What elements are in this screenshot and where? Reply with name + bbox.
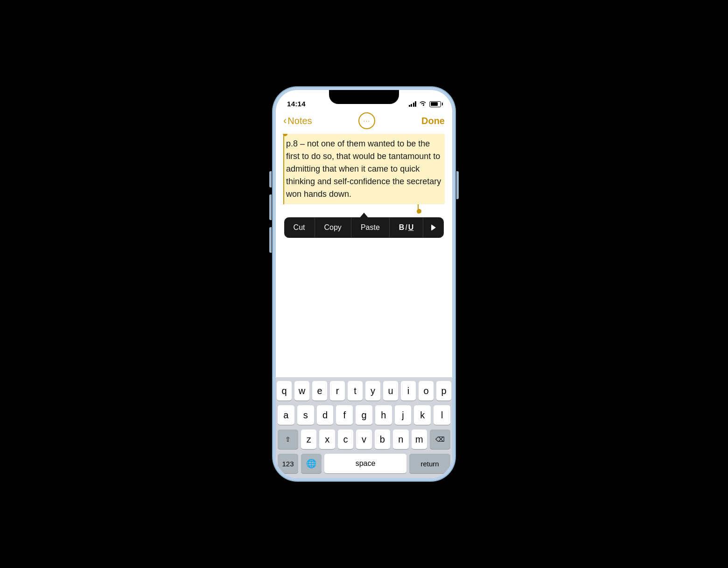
side-button-volume-up [269,194,272,220]
signal-bar-2 [411,104,412,107]
numbers-key[interactable]: 123 [278,454,298,473]
back-button[interactable]: ‹ Notes [283,116,312,126]
key-g[interactable]: g [356,405,372,425]
key-l[interactable]: l [434,405,450,425]
battery-fill [431,102,438,106]
context-menu-container: Cut Copy Paste B I U [283,217,445,238]
key-u[interactable]: u [383,381,398,401]
note-text: p.8 – not one of them wanted to be the f… [286,139,441,199]
phone-frame: 14:14 [273,87,455,481]
key-v[interactable]: v [356,429,371,449]
cut-menu-item[interactable]: Cut [284,217,315,238]
key-j[interactable]: j [395,405,412,425]
key-t[interactable]: t [348,381,363,401]
key-d[interactable]: d [317,405,334,425]
return-key[interactable]: return [409,454,450,473]
delete-key[interactable]: ⌫ [430,429,450,449]
key-q[interactable]: q [277,381,292,401]
key-o[interactable]: o [419,381,434,401]
more-button[interactable]: ··· [358,112,375,129]
key-f[interactable]: f [336,405,353,425]
key-h[interactable]: h [375,405,392,425]
key-r[interactable]: r [330,381,345,401]
cursor-line-top [283,134,284,204]
wifi-icon [419,100,427,108]
more-dots-icon: ··· [363,118,370,124]
menu-more-button[interactable] [423,217,444,238]
notch [329,90,399,104]
paste-menu-item[interactable]: Paste [351,217,390,238]
signal-bar-1 [409,105,410,107]
signal-bar-4 [415,101,416,107]
note-content-area[interactable]: p.8 – not one of them wanted to be the f… [276,134,452,377]
underline-indicator: U [408,223,414,232]
battery-icon [429,101,441,107]
side-button-volume-down [269,227,272,253]
key-b[interactable]: b [375,429,390,449]
status-time: 14:14 [287,100,306,108]
biu-text: B I U [399,223,414,232]
key-x[interactable]: x [319,429,335,449]
key-e[interactable]: e [312,381,327,401]
chevron-right-icon [431,224,436,231]
side-button-silent [269,171,272,187]
biu-menu-item[interactable]: B I U [390,217,424,238]
signal-icon [409,101,417,107]
context-menu-arrow [359,213,369,218]
cursor-handle-bottom [417,209,421,214]
globe-key[interactable]: 🌐 [301,454,322,473]
done-button[interactable]: Done [421,116,445,126]
keyboard-row-3: ⇧ z x c v b n m ⌫ [278,429,450,449]
navigation-bar: ‹ Notes ··· Done [276,111,452,134]
key-i[interactable]: i [401,381,416,401]
keyboard-bottom-row: 123 🌐 space return [278,454,450,473]
context-menu: Cut Copy Paste B I U [284,217,444,238]
space-key[interactable]: space [324,454,406,473]
status-icons [409,100,441,108]
key-w[interactable]: w [294,381,309,401]
keyboard: q w e r t y u i o p a s d f g h j k [276,377,452,478]
key-c[interactable]: c [338,429,353,449]
phone-screen: 14:14 [276,90,452,478]
side-button-power [456,171,459,199]
keyboard-row-2: a s d f g h j k l [278,405,450,425]
selected-text-block[interactable]: p.8 – not one of them wanted to be the f… [283,134,445,204]
key-p[interactable]: p [436,381,451,401]
key-n[interactable]: n [393,429,408,449]
key-y[interactable]: y [365,381,380,401]
key-s[interactable]: s [297,405,314,425]
shift-key[interactable]: ⇧ [278,429,298,449]
signal-bar-3 [413,103,414,107]
copy-menu-item[interactable]: Copy [315,217,351,238]
italic-indicator: I [405,223,407,232]
back-label: Notes [287,116,312,126]
key-a[interactable]: a [278,405,294,425]
key-k[interactable]: k [414,405,431,425]
back-chevron-icon: ‹ [283,116,287,126]
key-m[interactable]: m [412,429,427,449]
key-z[interactable]: z [301,429,316,449]
keyboard-row-1: q w e r t y u i o p [278,381,450,401]
bold-indicator: B [399,223,405,232]
